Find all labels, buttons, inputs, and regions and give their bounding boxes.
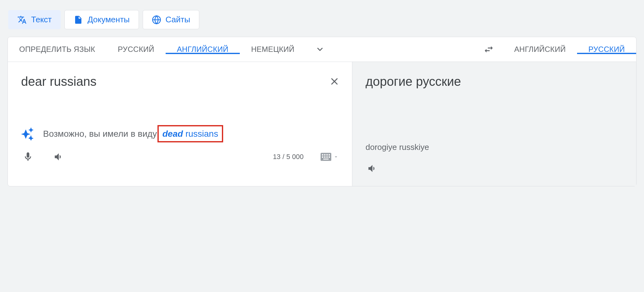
- source-lang-russian[interactable]: РУССКИЙ: [107, 45, 166, 54]
- did-you-mean-rest: russians: [183, 129, 218, 139]
- source-language-tabs: ОПРЕДЕЛИТЬ ЯЗЫК РУССКИЙ АНГЛИЙСКИЙ НЕМЕЦ…: [8, 37, 334, 62]
- mode-tab-text-label: Текст: [31, 15, 52, 25]
- document-icon: [74, 15, 83, 25]
- target-footer: [352, 152, 636, 186]
- globe-icon: [152, 15, 161, 25]
- did-you-mean-prefix: Возможно, вы имели в виду:: [43, 129, 159, 139]
- translator-card: ОПРЕДЕЛИТЬ ЯЗЫК РУССКИЙ АНГЛИЙСКИЙ НЕМЕЦ…: [8, 37, 636, 186]
- target-language-tabs: АНГЛИЙСКИЙ РУССКИЙ: [503, 37, 636, 62]
- close-icon: [329, 76, 340, 87]
- swap-icon: [483, 44, 494, 55]
- character-counter: 13 / 5 000: [273, 153, 304, 161]
- svg-rect-6: [326, 154, 328, 156]
- did-you-mean-bold: dead: [162, 129, 183, 139]
- speaker-icon: [53, 152, 64, 162]
- source-lang-german[interactable]: НЕМЕЦКИЙ: [240, 45, 306, 54]
- transliteration: dorogiye russkiye: [352, 142, 636, 152]
- did-you-mean-text: Возможно, вы имели в виду: dead russians: [43, 129, 223, 139]
- clear-source-button[interactable]: [327, 74, 342, 89]
- listen-target-button[interactable]: [366, 162, 379, 175]
- mode-tabs: Текст Документы Сайты: [0, 0, 644, 29]
- keyboard-icon: [321, 153, 331, 161]
- svg-rect-7: [329, 154, 330, 156]
- target-lang-english[interactable]: АНГЛИЙСКИЙ: [503, 45, 577, 54]
- chevron-down-icon: [316, 45, 324, 54]
- svg-rect-10: [326, 157, 328, 158]
- svg-rect-11: [329, 157, 330, 158]
- swap-languages-button[interactable]: [475, 37, 503, 62]
- source-lang-detect[interactable]: ОПРЕДЕЛИТЬ ЯЗЫК: [8, 45, 107, 54]
- source-pane: dear russians Возможно, вы имели в виду:…: [8, 62, 352, 186]
- target-pane: дорогие русские dorogiye russkiye: [352, 62, 636, 186]
- source-lang-english[interactable]: АНГЛИЙСКИЙ: [166, 45, 240, 54]
- svg-rect-8: [322, 157, 323, 158]
- translate-icon: [17, 15, 27, 25]
- mode-tab-documents[interactable]: Документы: [64, 10, 139, 29]
- svg-rect-5: [324, 154, 325, 156]
- translation-panes: dear russians Возможно, вы имели в виду:…: [8, 62, 636, 186]
- svg-rect-4: [322, 154, 323, 156]
- source-lang-more[interactable]: [306, 45, 334, 54]
- voice-input-button[interactable]: [21, 150, 35, 164]
- did-you-mean-row: Возможно, вы имели в виду: dead russians: [8, 127, 352, 140]
- svg-rect-12: [323, 159, 329, 160]
- sparkle-icon: [21, 127, 34, 140]
- translation-output: дорогие русские: [352, 62, 636, 124]
- mode-tab-websites-label: Сайты: [166, 15, 190, 25]
- microphone-icon: [23, 152, 33, 162]
- source-footer: 13 / 5 000: [8, 140, 352, 174]
- mode-tab-websites[interactable]: Сайты: [143, 10, 200, 29]
- source-text-input[interactable]: dear russians: [8, 62, 352, 124]
- input-tools-button[interactable]: [321, 153, 339, 161]
- svg-rect-9: [324, 157, 325, 158]
- speaker-icon: [367, 163, 378, 174]
- mode-tab-documents-label: Документы: [87, 15, 129, 25]
- mode-tab-text[interactable]: Текст: [8, 10, 61, 29]
- did-you-mean-suggestion-link[interactable]: dead russians: [157, 125, 223, 142]
- listen-source-button[interactable]: [52, 150, 66, 164]
- caret-down-icon: [333, 154, 339, 160]
- target-lang-russian[interactable]: РУССКИЙ: [577, 45, 636, 54]
- language-tabs-row: ОПРЕДЕЛИТЬ ЯЗЫК РУССКИЙ АНГЛИЙСКИЙ НЕМЕЦ…: [8, 37, 636, 62]
